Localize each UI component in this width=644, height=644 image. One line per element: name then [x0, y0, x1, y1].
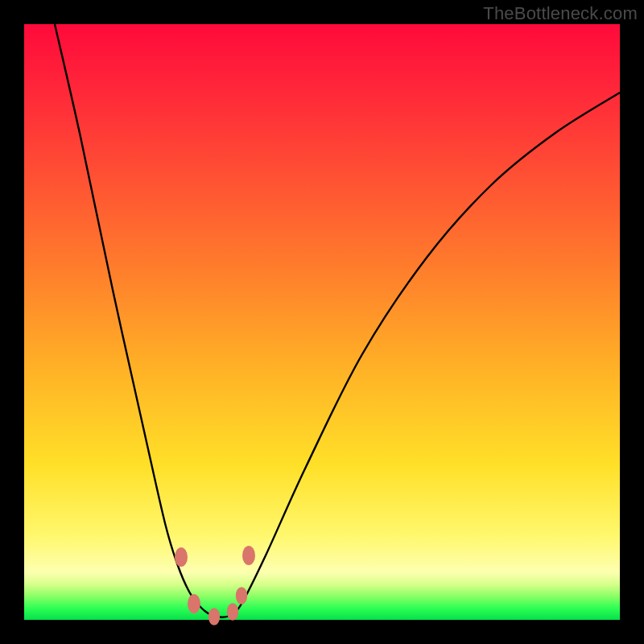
- watermark-text: TheBottleneck.com: [483, 3, 638, 24]
- bottleneck-curve: [24, 24, 620, 620]
- curve-marker: [175, 547, 188, 567]
- curve-marker: [242, 546, 255, 565]
- curve-path: [55, 24, 620, 617]
- chart-frame: TheBottleneck.com: [0, 0, 644, 644]
- curve-marker: [227, 603, 238, 621]
- curve-marker: [208, 608, 220, 625]
- curve-marker: [188, 594, 200, 613]
- curve-marker: [236, 587, 247, 605]
- plot-area: [24, 24, 620, 620]
